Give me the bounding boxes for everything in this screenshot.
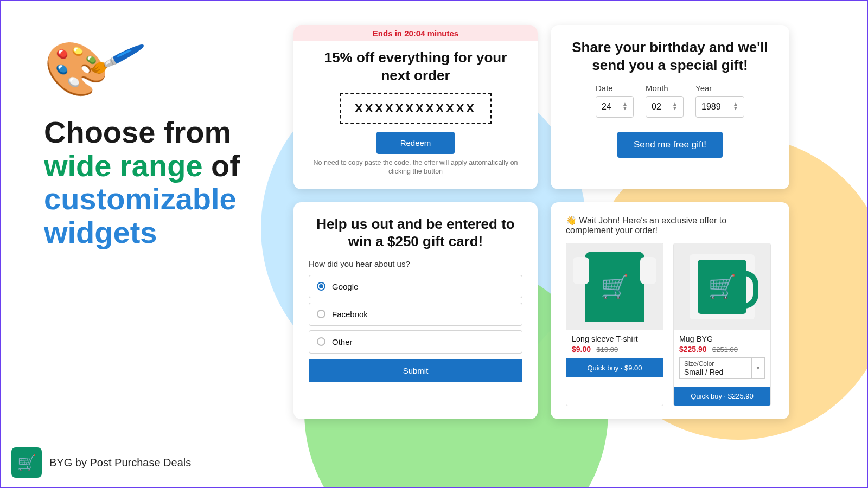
brush-icon: 🖌️ (87, 29, 148, 88)
submit-button[interactable]: Submit (309, 359, 522, 382)
year-label: Year (695, 84, 744, 93)
headline-highlight-blue: customizable widgets (44, 182, 237, 249)
app-footer: 🛒 BYG by Post Purchase Deals (11, 447, 191, 478)
product-card-mug[interactable]: ON SALE 🛒 Mug BYG $225.90 $251.00 Size/C… (673, 243, 771, 406)
radio-icon (317, 310, 326, 318)
stepper-icon[interactable]: ▲▼ (622, 102, 628, 111)
stepper-icon[interactable]: ▲▼ (733, 102, 738, 111)
date-label: Date (596, 84, 634, 93)
year-input[interactable]: 1989▲▼ (695, 96, 744, 118)
radio-icon (317, 282, 326, 291)
upsell-lead: 👋 Wait John! Here's an exclusive offer t… (566, 215, 774, 235)
headline-line1: Choose from (44, 115, 231, 149)
product-card-tshirt[interactable]: 🛒 Long sleeve T-shirt $9.00 $10.00 Quick… (566, 243, 663, 406)
cart-icon: 🛒 (698, 260, 746, 314)
page-headline: Choose from wide range of customizable w… (44, 115, 272, 249)
promo-title: 15% off everything for your next order (309, 49, 522, 84)
radio-option-other[interactable]: Other (309, 330, 522, 354)
product-image: 🛒 (674, 243, 770, 330)
price-new: $9.00 (572, 345, 591, 354)
cart-icon: 🛒 (585, 252, 644, 322)
redeem-button[interactable]: Redeem (376, 132, 455, 154)
quick-buy-button[interactable]: Quick buy · $225.90 (674, 387, 770, 406)
app-name: BYG by Post Purchase Deals (49, 457, 191, 469)
app-logo-icon: 🛒 (11, 447, 42, 478)
product-name: Mug BYG (679, 335, 765, 343)
date-field: Date 24▲▼ (596, 84, 634, 118)
headline-highlight-green: wide range (44, 149, 203, 183)
month-field: Month 02▲▼ (646, 84, 684, 118)
price-old: $251.00 (712, 345, 738, 354)
birthday-card: Share your birthday and we'll send you a… (551, 25, 789, 189)
send-gift-button[interactable]: Send me free gift! (617, 132, 723, 158)
month-input[interactable]: 02▲▼ (646, 96, 684, 118)
variant-label: Size/Color (684, 360, 714, 368)
promo-card: Ends in 20:04 minutes 15% off everything… (293, 25, 538, 189)
radio-icon (317, 337, 326, 346)
stepper-icon[interactable]: ▲▼ (672, 102, 678, 111)
radio-label: Other (332, 337, 353, 346)
hero-panel: 🎨🖌️ Choose from wide range of customizab… (44, 38, 272, 249)
year-field: Year 1989▲▼ (695, 84, 744, 118)
headline-line2b: of (203, 149, 240, 183)
survey-question: How did you hear about us? (309, 259, 522, 268)
variant-value: Small / Red (684, 368, 723, 376)
birthday-title: Share your birthday and we'll send you a… (566, 38, 774, 74)
month-label: Month (646, 84, 684, 93)
price-new: $225.90 (679, 345, 707, 354)
promo-note: No need to copy paste the code, the offe… (309, 158, 522, 176)
product-image: 🛒 (566, 243, 663, 330)
radio-label: Google (332, 282, 358, 291)
date-input[interactable]: 24▲▼ (596, 96, 634, 118)
price-old: $10.00 (597, 345, 618, 354)
palette-icon: 🎨🖌️ (44, 38, 109, 99)
radio-label: Facebook (332, 310, 368, 319)
radio-option-facebook[interactable]: Facebook (309, 303, 522, 326)
quick-buy-button[interactable]: Quick buy · $9.00 (566, 358, 663, 377)
survey-card: Help us out and be entered to win a $250… (293, 202, 538, 419)
upsell-card: 👋 Wait John! Here's an exclusive offer t… (551, 202, 789, 419)
variant-select[interactable]: Size/Color Small / Red ▼ (679, 357, 765, 379)
product-name: Long sleeve T-shirt (572, 335, 658, 343)
chevron-down-icon: ▼ (751, 358, 764, 378)
survey-title: Help us out and be entered to win a $250… (309, 215, 522, 251)
countdown-banner: Ends in 20:04 minutes (293, 25, 538, 41)
coupon-code[interactable]: XXXXXXXXXXXX (340, 93, 492, 124)
radio-option-google[interactable]: Google (309, 275, 522, 298)
